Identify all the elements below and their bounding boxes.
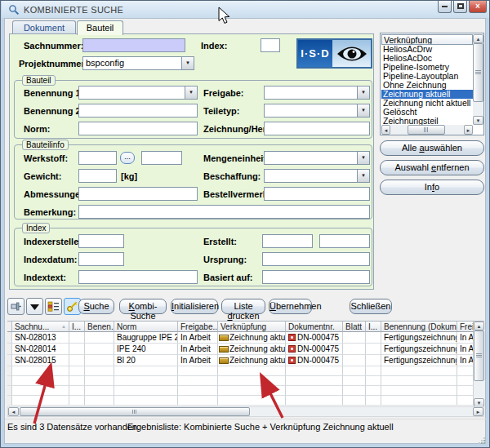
grid-column-header[interactable]: Freigabe... bbox=[178, 322, 218, 332]
scroll-down-icon[interactable]: ▼ bbox=[473, 116, 483, 125]
link-list-item[interactable]: Gelöscht bbox=[381, 108, 473, 117]
result-cell: SN-028013 bbox=[12, 332, 69, 344]
link-list-item[interactable]: HeliosAcDoc bbox=[381, 54, 473, 63]
indexersteller-input[interactable] bbox=[78, 234, 124, 248]
gewicht-input[interactable] bbox=[78, 169, 117, 183]
grid-hscrollbar[interactable]: ◄ ► bbox=[7, 406, 484, 417]
grid-vscrollbar[interactable]: ▲▼ bbox=[474, 322, 484, 407]
side-button-auswahl-entfernen[interactable]: Auswahl entfernen bbox=[380, 160, 484, 175]
link-list-item[interactable]: Zeichnung aktuell bbox=[381, 90, 473, 99]
resize-grip-icon[interactable] bbox=[479, 437, 485, 444]
index-label: Index: bbox=[201, 41, 227, 51]
hscroll-thumb[interactable] bbox=[408, 125, 445, 135]
link-list-item[interactable]: Zeichnung nicht aktuell bbox=[381, 99, 473, 108]
empty-row[interactable] bbox=[7, 386, 474, 396]
freigabe-combobox[interactable]: ▼ bbox=[264, 86, 370, 100]
ursprung-input[interactable] bbox=[262, 252, 370, 266]
dropdown-button[interactable] bbox=[26, 298, 43, 315]
chevron-down-icon[interactable]: ▼ bbox=[357, 152, 369, 164]
result-cell: Zeichnung aktuell bbox=[218, 332, 286, 344]
toolbar-button-initialisieren[interactable]: Initialisieren bbox=[171, 299, 218, 314]
maximize-button[interactable] bbox=[453, 1, 467, 13]
side-button-info[interactable]: Info bbox=[380, 180, 484, 195]
norm-input[interactable] bbox=[78, 122, 198, 135]
index-input[interactable] bbox=[261, 38, 280, 52]
teiletyp-combobox[interactable]: ▼ bbox=[264, 104, 370, 118]
close-button[interactable]: × bbox=[469, 1, 487, 13]
scroll-right-icon[interactable]: ► bbox=[473, 407, 483, 416]
grid-column-header[interactable]: Benennung (Dokum... bbox=[381, 322, 457, 332]
grid-column-header[interactable]: Dokumentnr. bbox=[286, 322, 343, 332]
scroll-right-icon[interactable]: ► bbox=[464, 125, 473, 135]
scroll-up-icon[interactable]: ▲ bbox=[473, 34, 483, 43]
chevron-down-icon[interactable]: ▼ bbox=[357, 86, 369, 99]
indextext-input[interactable] bbox=[78, 270, 198, 284]
zeichnung-herst-input[interactable] bbox=[264, 122, 370, 135]
sachnummer-input[interactable] bbox=[82, 38, 185, 52]
benennung2-input[interactable] bbox=[78, 104, 198, 118]
side-button-alle-ausw-hlen[interactable]: Alle auswählen bbox=[380, 140, 484, 156]
chevron-down-icon[interactable]: ▼ bbox=[357, 104, 369, 117]
vscroll-thumb[interactable] bbox=[473, 43, 483, 102]
tab-bauteil[interactable]: Bauteil bbox=[77, 20, 123, 35]
grid-vscroll-thumb[interactable] bbox=[474, 330, 484, 381]
indexdatum-input[interactable] bbox=[78, 252, 124, 266]
empty-row[interactable] bbox=[7, 366, 474, 376]
werkstoff-browse-button[interactable]: ... bbox=[120, 152, 135, 164]
listbox-vscrollbar[interactable]: ▲ ▼ bbox=[473, 34, 483, 125]
benennung1-combobox[interactable]: ▼ bbox=[78, 86, 198, 100]
link-list-item[interactable]: Zeichnungsteil bbox=[381, 117, 473, 125]
scroll-up-icon[interactable]: ▲ bbox=[474, 322, 484, 330]
abmessungen-input[interactable] bbox=[78, 187, 198, 201]
basiert-auf-input[interactable] bbox=[262, 270, 370, 284]
grid-column-header[interactable]: I... bbox=[69, 322, 85, 332]
bemerkung-input[interactable] bbox=[78, 205, 370, 219]
link-list-item[interactable]: Pipeline-Layoutplan bbox=[381, 72, 473, 81]
key-icon bbox=[66, 300, 78, 313]
empty-row[interactable] bbox=[7, 376, 474, 386]
toolbar-button-kombi-suche[interactable]: Kombi-Suche bbox=[119, 299, 167, 314]
minimize-button[interactable] bbox=[438, 1, 452, 13]
grid-column-header[interactable]: Norm bbox=[114, 322, 178, 332]
result-row[interactable]: SN-028015Bl 20In ArbeitZeichnung aktuell… bbox=[7, 355, 474, 366]
grid-column-header[interactable]: Benen... bbox=[85, 322, 114, 332]
erstellt-input-2[interactable] bbox=[319, 234, 370, 248]
titlebar[interactable]: KOMBINIERTE SUCHE × bbox=[2, 1, 490, 18]
grid-column-header[interactable]: Sachnu...▲ bbox=[12, 322, 69, 332]
mengeneinheit-combobox[interactable]: ▼ bbox=[264, 151, 370, 165]
bestellvermerk-input[interactable] bbox=[264, 187, 370, 201]
toolbar-button-schlie-en[interactable]: Schließen bbox=[350, 299, 392, 314]
link-type-list: VerknüpfungHeliosAcDrwHeliosAcDocPipelin… bbox=[381, 34, 473, 125]
werkstoff-input-2[interactable] bbox=[141, 151, 182, 165]
beschaffung-combobox[interactable]: ▼ bbox=[264, 169, 370, 183]
erstellt-input[interactable] bbox=[262, 234, 313, 248]
scroll-left-icon[interactable]: ◄ bbox=[8, 407, 19, 416]
toolbar-button-liste-drucken[interactable]: Liste drucken bbox=[221, 299, 265, 314]
grid-hscroll-thumb[interactable] bbox=[20, 407, 250, 416]
link-list-item[interactable]: Pipeline-Isometry bbox=[381, 63, 473, 72]
toolbar-button-suche[interactable]: Suche bbox=[78, 299, 114, 314]
link-list-item[interactable]: HeliosAcDrw bbox=[381, 45, 473, 54]
werkstoff-input[interactable] bbox=[78, 151, 117, 165]
empty-row[interactable] bbox=[7, 396, 474, 406]
chevron-down-icon[interactable]: ▼ bbox=[357, 170, 369, 182]
result-row[interactable]: SN-028014IPE 240In ArbeitZeichnung aktue… bbox=[7, 344, 474, 355]
grid-column-header[interactable]: Freiga bbox=[457, 322, 474, 332]
grid-column-header[interactable]: Blatt bbox=[343, 322, 366, 332]
chevron-down-icon[interactable]: ▼ bbox=[181, 57, 194, 69]
sorted-list-button[interactable] bbox=[45, 298, 62, 315]
grid-column-header[interactable]: I... bbox=[366, 322, 381, 332]
link-list-item[interactable]: Verknüpfung bbox=[381, 34, 473, 45]
chevron-down-icon[interactable]: ▼ bbox=[185, 86, 197, 99]
pin-button[interactable] bbox=[7, 298, 24, 315]
listbox-hscrollbar[interactable]: ◄ ► bbox=[381, 125, 473, 135]
projektnummer-combobox[interactable]: bspconfig ▼ bbox=[82, 56, 194, 70]
toolbar-button--bernehmen[interactable]: Übernehmen bbox=[269, 299, 312, 314]
scroll-left-icon[interactable]: ◄ bbox=[381, 125, 390, 135]
gewicht-unit-label: [kg] bbox=[121, 171, 137, 181]
result-row[interactable]: SN-028013Baugruppe IPE 240In ArbeitZeich… bbox=[7, 332, 474, 344]
link-list-item[interactable]: Ohne Zeichnung bbox=[381, 81, 473, 90]
tab-dokument[interactable]: Dokument bbox=[12, 20, 76, 34]
grid-column-header[interactable]: Verknüpfung bbox=[218, 322, 286, 332]
group-bauteilinfo-title: Bauteilinfo bbox=[22, 140, 69, 150]
